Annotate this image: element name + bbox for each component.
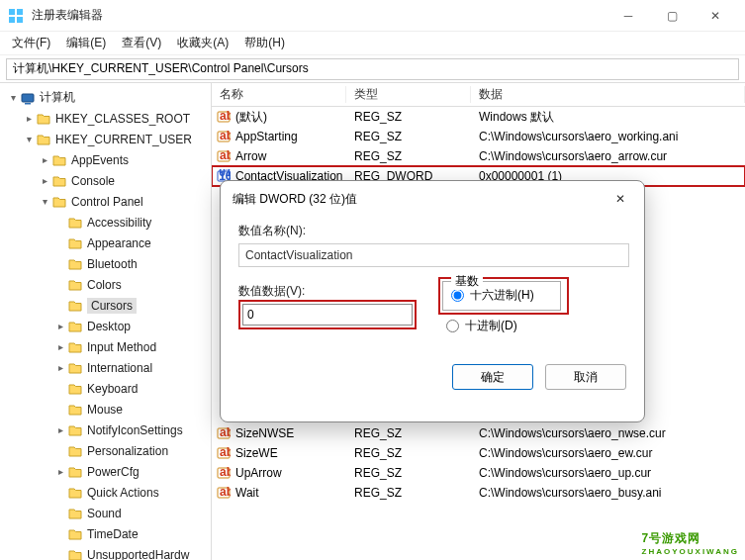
string-value-icon [216,486,232,500]
tree-hkcr[interactable]: HKEY_CLASSES_ROOT [55,112,190,126]
tree-personalization[interactable]: Personalization [87,444,168,458]
value-name-field[interactable]: ContactVisualization [238,243,629,267]
tree-appearance[interactable]: Appearance [87,236,151,250]
folder-icon [51,174,67,188]
value-data: Windows 默认 [471,109,745,126]
cancel-button[interactable]: 取消 [545,364,626,390]
address-input[interactable] [6,58,739,80]
value-row[interactable]: SizeWEREG_SZC:\Windows\cursors\aero_ew.c… [212,443,745,463]
folder-icon [67,465,83,479]
col-data[interactable]: 数据 [471,86,745,103]
value-row[interactable]: (默认)REG_SZWindows 默认 [212,107,745,127]
folder-icon [67,257,83,271]
value-name: Wait [235,486,259,500]
title-bar: 注册表编辑器 ─ ▢ ✕ [0,0,745,32]
value-data-input[interactable] [242,304,413,326]
tree-root[interactable]: 计算机 [40,89,75,106]
svg-rect-8 [17,9,23,15]
menu-help[interactable]: 帮助(H) [236,33,293,53]
tree-hkcu[interactable]: HKEY_CURRENT_USER [55,133,192,146]
value-data-label: 数值数据(V): [238,283,417,300]
address-bar [0,55,745,83]
value-type: REG_SZ [346,466,471,480]
value-type: REG_SZ [346,446,471,460]
tree-desktop[interactable]: Desktop [87,320,131,333]
tree-mouse[interactable]: Mouse [87,403,123,417]
folder-icon [67,548,83,561]
base-legend: 基数 [451,273,483,290]
column-headers[interactable]: 名称 类型 数据 [212,83,745,107]
value-data: C:\Windows\cursors\aero_up.cur [471,466,745,480]
radio-dec[interactable] [446,320,459,332]
value-type: REG_SZ [346,426,471,440]
tree-sound[interactable]: Sound [87,507,122,520]
value-row[interactable]: UpArrowREG_SZC:\Windows\cursors\aero_up.… [212,463,745,483]
menu-edit[interactable]: 编辑(E) [58,33,114,53]
folder-icon [67,320,83,333]
folder-icon [36,112,51,126]
dialog-close-button[interactable]: ✕ [605,187,636,211]
string-value-icon [216,149,232,163]
tree-bluetooth[interactable]: Bluetooth [87,257,138,271]
value-type: REG_SZ [346,486,471,500]
tree-appevents[interactable]: AppEvents [71,153,129,167]
value-name: SizeWE [235,446,278,460]
tree-notifyicon[interactable]: NotifyIconSettings [87,423,183,437]
menu-bar: 文件(F) 编辑(E) 查看(V) 收藏夹(A) 帮助(H) [0,32,745,55]
value-row[interactable]: AppStartingREG_SZC:\Windows\cursors\aero… [212,127,745,146]
string-value-icon [216,130,232,143]
menu-file[interactable]: 文件(F) [4,33,58,53]
value-row[interactable]: ArrowREG_SZC:\Windows\cursors\aero_arrow… [212,146,745,166]
tree-quickactions[interactable]: Quick Actions [87,486,159,500]
close-button[interactable]: ✕ [694,0,737,32]
value-row[interactable]: SizeNWSEREG_SZC:\Windows\cursors\aero_nw… [212,423,745,443]
tree-keyboard[interactable]: Keyboard [87,382,138,396]
string-value-icon [216,466,232,480]
col-name[interactable]: 名称 [212,86,346,103]
value-data: C:\Windows\cursors\aero_working.ani [471,130,745,143]
tree-pane[interactable]: ▾计算机 ▸HKEY_CLASSES_ROOT ▾HKEY_CURRENT_US… [0,83,212,560]
col-type[interactable]: 类型 [346,86,471,103]
folder-icon [36,133,51,146]
folder-icon [67,361,83,375]
ok-button[interactable]: 确定 [452,364,533,390]
folder-icon [67,299,83,313]
value-name: AppStarting [235,130,298,143]
value-name: Arrow [235,149,266,163]
folder-icon [67,486,83,500]
menu-favorites[interactable]: 收藏夹(A) [169,33,236,53]
tree-international[interactable]: International [87,361,152,375]
folder-icon [67,444,83,458]
value-type: REG_SZ [346,149,471,163]
string-value-icon [216,446,232,460]
radio-hex[interactable] [451,289,464,302]
folder-icon [67,507,83,520]
tree-controlpanel[interactable]: Control Panel [71,195,143,209]
edit-dword-dialog: 编辑 DWORD (32 位)值 ✕ 数值名称(N): ContactVisua… [220,180,645,422]
tree-powercfg[interactable]: PowerCfg [87,465,140,479]
svg-rect-9 [9,17,15,23]
folder-icon [51,195,67,209]
base-group: 基数 十六进制(H) [442,281,561,311]
maximize-button[interactable]: ▢ [650,0,694,32]
value-type: REG_SZ [346,130,471,143]
value-name: SizeNWSE [235,426,294,440]
string-value-icon [216,110,232,124]
value-name: UpArrow [235,466,282,480]
tree-cursors[interactable]: Cursors [87,298,137,314]
menu-view[interactable]: 查看(V) [114,33,169,53]
folder-icon [67,216,83,230]
dialog-title: 编辑 DWORD (32 位)值 [221,181,644,217]
tree-inputmethod[interactable]: Input Method [87,340,156,354]
folder-icon [67,236,83,250]
minimize-button[interactable]: ─ [606,0,650,32]
value-data: C:\Windows\cursors\aero_nwse.cur [471,426,745,440]
tree-timedate[interactable]: TimeDate [87,527,139,541]
tree-accessibility[interactable]: Accessibility [87,216,151,230]
tree-unsupported[interactable]: UnsupportedHardw [87,548,189,561]
value-row[interactable]: WaitREG_SZC:\Windows\cursors\aero_busy.a… [212,483,745,503]
folder-icon [67,340,83,354]
tree-colors[interactable]: Colors [87,278,122,292]
tree-console[interactable]: Console [71,174,115,188]
app-icon [8,8,24,24]
